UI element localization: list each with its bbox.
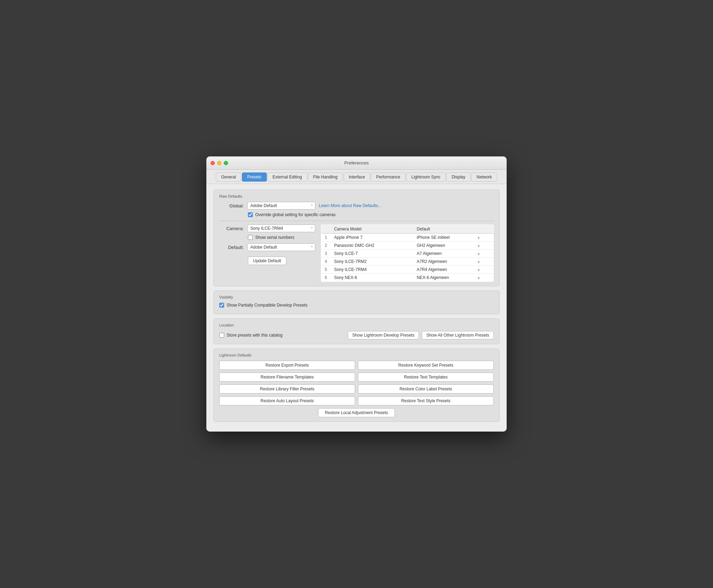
table-header-num <box>321 225 331 234</box>
override-checkbox[interactable] <box>248 212 253 217</box>
camera-left-panel: Camera: Sony ILCE-7RM4 ⌃ Show serial num… <box>219 225 315 265</box>
toolbar: GeneralPresetsExternal EditingFile Handl… <box>206 170 507 184</box>
row-default-value: A7R2 Algemeen <box>417 259 447 264</box>
camera-table: Camera Model Default 1 Apple iPhone 7 iP… <box>321 225 494 282</box>
minimize-button[interactable] <box>217 161 221 165</box>
row-chevron-icon[interactable]: ∨ <box>477 268 480 272</box>
row-chevron-icon[interactable]: ∨ <box>477 260 480 264</box>
row-default: NEX-6 Algemeen ∨ <box>413 274 483 282</box>
serial-checkbox-row: Show serial numbers <box>248 235 315 240</box>
location-checkbox-row: Store presets with this catalog <box>219 333 282 338</box>
restore-buttons_row4-btn-0[interactable]: Restore Auto Layout Presets <box>219 396 355 405</box>
tab-general[interactable]: General <box>216 172 241 182</box>
restore-grid-row3: Restore Library Filter PresetsRestore Co… <box>219 384 494 394</box>
row-num: 3 <box>321 250 331 258</box>
row-camera-model: Sony ILCE-7RM4 <box>331 266 413 274</box>
global-label: Global: <box>219 203 244 208</box>
global-select-wrapper: Adobe Default ⌃ <box>247 202 315 210</box>
tab-performance[interactable]: Performance <box>371 172 405 182</box>
location-row: Store presets with this catalog Show Lig… <box>219 331 494 340</box>
row-chevron-icon[interactable]: ∨ <box>477 244 480 248</box>
camera-section: Camera: Sony ILCE-7RM4 ⌃ Show serial num… <box>219 225 494 282</box>
global-row: Global: Adobe Default ⌃ Learn More about… <box>219 202 494 210</box>
show-all-presets-button[interactable]: Show All Other Lightroom Presets <box>422 331 494 339</box>
table-header-default: Default <box>413 225 483 234</box>
row-default-value: A7 Algemeen <box>417 251 442 256</box>
row-num: 5 <box>321 266 331 274</box>
tab-network[interactable]: Network <box>471 172 497 182</box>
restore-buttons_row3-btn-0[interactable]: Restore Library Filter Presets <box>219 384 355 394</box>
row-default-value: NEX-6 Algemeen <box>417 275 449 280</box>
tab-lightroom-sync[interactable]: Lightroom Sync <box>406 172 446 182</box>
table-row: 3 Sony ILCE-7 A7 Algemeen ∨ <box>321 250 494 258</box>
show-develop-presets-button[interactable]: Show Lightroom Develop Presets <box>348 331 419 339</box>
fullscreen-button[interactable] <box>224 161 228 165</box>
restore-buttons_row2-btn-0[interactable]: Restore Filename Templates <box>219 373 355 382</box>
serial-checkbox-label: Show serial numbers <box>255 235 294 240</box>
location-section: Location Store presets with this catalog… <box>213 318 500 344</box>
title-bar: Preferences <box>206 156 507 170</box>
update-default-button[interactable]: Update Default <box>248 257 286 265</box>
row-chevron-icon[interactable]: ∨ <box>477 252 480 256</box>
camera-row: Camera: Sony ILCE-7RM4 ⌃ <box>219 225 315 232</box>
row-camera-model: Sony ILCE-7 <box>331 250 413 258</box>
table-header-empty <box>483 225 494 234</box>
tab-interface[interactable]: Interface <box>344 172 370 182</box>
update-default-wrapper: Update Default <box>248 254 315 265</box>
row-default: A7R4 Algemeen ∨ <box>413 266 483 274</box>
row-camera-model: Panasonic DMC-GH2 <box>331 242 413 250</box>
location-title: Location <box>219 323 494 327</box>
visibility-section: Visibility Show Partially Compatible Dev… <box>213 291 500 314</box>
visibility-title: Visibility <box>219 295 494 299</box>
camera-select-wrapper: Sony ILCE-7RM4 ⌃ <box>247 225 315 232</box>
close-button[interactable] <box>211 161 215 165</box>
table-row: 5 Sony ILCE-7RM4 A7R4 Algemeen ∨ <box>321 266 494 274</box>
row-empty <box>483 266 494 274</box>
restore-buttons_row1-btn-0[interactable]: Restore Export Presets <box>219 361 355 370</box>
learn-more-link[interactable]: Learn More about Raw Defaults... <box>319 203 381 208</box>
row-num: 4 <box>321 258 331 266</box>
raw-defaults-title: Raw Defaults <box>219 194 494 198</box>
restore-grid-row1: Restore Export PresetsRestore Keyword Se… <box>219 361 494 370</box>
location-checkbox[interactable] <box>219 333 224 338</box>
row-chevron-icon[interactable]: ∨ <box>477 276 480 280</box>
serial-checkbox[interactable] <box>248 235 253 240</box>
row-chevron-icon[interactable]: ∨ <box>477 236 480 240</box>
row-num: 6 <box>321 274 331 282</box>
row-default-value: GH2 Algemeen <box>417 243 445 248</box>
visibility-checkbox-label: Show Partially Compatible Develop Preset… <box>227 303 307 308</box>
row-camera-model: Sony NEX-6 <box>331 274 413 282</box>
camera-select[interactable]: Sony ILCE-7RM4 <box>247 225 315 232</box>
row-empty <box>483 274 494 282</box>
tab-file-handling[interactable]: File Handling <box>308 172 343 182</box>
row-empty <box>483 258 494 266</box>
visibility-checkbox-row: Show Partially Compatible Develop Preset… <box>219 303 494 308</box>
restore-buttons_row2-btn-1[interactable]: Restore Text Templates <box>358 373 494 382</box>
traffic-lights <box>211 161 228 165</box>
restore-local-adjustment-button[interactable]: Restore Local Adjustment Presets <box>318 408 395 417</box>
row-empty <box>483 234 494 242</box>
tab-display[interactable]: Display <box>446 172 470 182</box>
tab-presets[interactable]: Presets <box>242 172 267 182</box>
row-default: GH2 Algemeen ∨ <box>413 242 483 250</box>
override-checkbox-row: Override global setting for specific cam… <box>248 212 494 217</box>
restore-buttons_row3-btn-1[interactable]: Restore Color Label Presets <box>358 384 494 394</box>
row-empty <box>483 250 494 258</box>
restore-single-row: Restore Local Adjustment Presets <box>219 408 494 417</box>
table-row: 6 Sony NEX-6 NEX-6 Algemeen ∨ <box>321 274 494 282</box>
row-num: 2 <box>321 242 331 250</box>
row-default: A7 Algemeen ∨ <box>413 250 483 258</box>
preferences-window: Preferences GeneralPresetsExternal Editi… <box>206 156 507 432</box>
restore-buttons_row4-btn-1[interactable]: Restore Text Style Presets <box>358 396 494 405</box>
row-camera-model: Apple iPhone 7 <box>331 234 413 242</box>
show-buttons-group: Show Lightroom Develop Presets Show All … <box>348 331 494 339</box>
visibility-checkbox[interactable] <box>219 303 224 308</box>
tab-external-editing[interactable]: External Editing <box>267 172 307 182</box>
restore-buttons_row1-btn-1[interactable]: Restore Keyword Set Presets <box>358 361 494 370</box>
global-select[interactable]: Adobe Default <box>247 202 315 210</box>
default-select[interactable]: Adobe Default <box>247 243 315 251</box>
camera-table-wrapper: Camera Model Default 1 Apple iPhone 7 iP… <box>321 225 494 282</box>
restore-grid-row2: Restore Filename TemplatesRestore Text T… <box>219 373 494 382</box>
table-header-camera-model: Camera Model <box>331 225 413 234</box>
camera-label: Camera: <box>219 226 244 231</box>
